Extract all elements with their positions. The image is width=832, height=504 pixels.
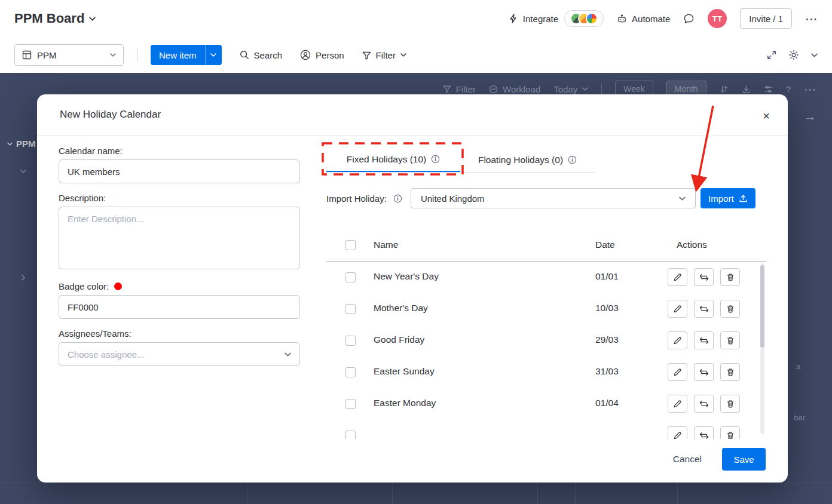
edit-icon[interactable] — [668, 331, 687, 349]
sort-icon[interactable] — [720, 85, 729, 94]
gear-icon[interactable] — [788, 50, 799, 60]
trash-icon[interactable] — [720, 331, 740, 349]
select-all-checkbox[interactable] — [345, 240, 356, 250]
collapse-toolbar-icon[interactable] — [811, 53, 818, 57]
filter-icon — [362, 51, 371, 60]
swap-icon[interactable] — [694, 268, 714, 286]
cancel-button[interactable]: Cancel — [671, 450, 704, 468]
actions-column-header: Actions — [677, 239, 707, 250]
settings-sliders-icon[interactable] — [764, 85, 773, 94]
bg-today-button[interactable]: Today — [553, 84, 588, 94]
swap-icon[interactable] — [694, 395, 714, 413]
trash-icon[interactable] — [720, 426, 740, 439]
table-row: Mother's Day 10/03 — [326, 293, 766, 325]
person-filter-button[interactable]: Person — [300, 50, 344, 60]
table-view-icon — [22, 50, 32, 60]
search-icon — [240, 50, 249, 60]
integrate-button[interactable]: Integrate — [509, 10, 604, 27]
description-input[interactable] — [59, 207, 300, 269]
divider — [601, 84, 602, 94]
assignees-select[interactable]: Choose assignee... — [59, 342, 300, 366]
new-holiday-calendar-modal: New Holiday Calendar × Calendar name: De… — [37, 94, 788, 483]
tab-floating-holidays[interactable]: Floating Holidays (0) — [460, 147, 595, 172]
trash-icon[interactable] — [720, 363, 740, 381]
automate-icon — [617, 14, 627, 24]
download-icon[interactable] — [742, 85, 751, 94]
edit-icon[interactable] — [668, 300, 687, 318]
calendar-name-input[interactable] — [59, 159, 300, 183]
assignees-label: Assignees/Teams: — [59, 328, 300, 339]
scroll-right-arrow-icon[interactable]: → — [803, 109, 816, 124]
more-options-icon[interactable]: ⋯ — [805, 13, 818, 25]
modal-title: New Holiday Calendar — [60, 109, 161, 121]
table-scrollbar[interactable] — [760, 263, 764, 434]
row-checkbox[interactable] — [345, 304, 356, 314]
row-actions — [668, 300, 740, 318]
trash-icon[interactable] — [720, 395, 740, 413]
holiday-date: 01/01 — [595, 271, 619, 282]
tab-fixed-holidays[interactable]: Fixed Holidays (10) — [326, 147, 460, 172]
chevron-right-icon — [22, 275, 25, 281]
row-checkbox[interactable] — [345, 399, 356, 409]
upload-icon — [739, 194, 748, 203]
new-item-button[interactable]: New item — [151, 45, 222, 65]
help-icon[interactable]: ? — [786, 84, 791, 94]
avatar[interactable]: TT — [708, 9, 727, 28]
row-checkbox[interactable] — [345, 336, 356, 346]
board-title-group[interactable]: PPM Board — [14, 11, 96, 26]
calendar-name-label: Calendar name: — [59, 146, 300, 156]
expand-icon[interactable] — [767, 50, 776, 60]
edit-icon[interactable] — [668, 395, 687, 413]
row-checkbox[interactable] — [345, 367, 356, 377]
trash-icon[interactable] — [720, 300, 740, 318]
import-button[interactable]: Import — [701, 188, 755, 208]
info-icon[interactable] — [568, 155, 577, 164]
holiday-name: Good Friday — [374, 334, 424, 345]
info-icon[interactable] — [431, 155, 440, 164]
chevron-down-icon — [20, 170, 26, 173]
invite-button[interactable]: Invite / 1 — [740, 8, 792, 29]
badge-color-input[interactable] — [59, 295, 300, 319]
holiday-tabs: Fixed Holidays (10) Floating Holidays (0… — [326, 147, 595, 173]
swap-icon[interactable] — [694, 331, 714, 349]
chat-icon[interactable] — [683, 13, 695, 24]
bg-today-label: Today — [553, 84, 577, 94]
view-selector[interactable]: PPM — [14, 44, 124, 66]
group-name: PPM — [16, 139, 40, 149]
holiday-name: Easter Monday — [374, 398, 436, 408]
holiday-name: Easter Sunday — [374, 366, 435, 377]
search-label: Search — [254, 50, 283, 60]
row-checkbox[interactable] — [345, 431, 356, 439]
filter-button[interactable]: Filter — [362, 50, 406, 60]
new-item-dropdown[interactable] — [205, 45, 222, 65]
person-icon — [300, 50, 311, 60]
search-button[interactable]: Search — [240, 50, 283, 60]
row-actions — [668, 331, 740, 349]
edit-icon[interactable] — [668, 426, 687, 439]
workload-icon — [489, 85, 498, 94]
integration-apps-pill[interactable] — [564, 10, 604, 27]
trash-icon[interactable] — [720, 268, 740, 286]
holiday-date: 01/04 — [595, 398, 619, 408]
edit-icon[interactable] — [668, 268, 687, 286]
swap-icon[interactable] — [694, 300, 714, 318]
automate-button[interactable]: Automate — [617, 14, 670, 24]
save-button[interactable]: Save — [722, 448, 766, 471]
scrollbar-thumb[interactable] — [760, 265, 764, 348]
info-icon[interactable] — [393, 194, 402, 203]
swap-icon[interactable] — [694, 363, 714, 381]
row-checkbox[interactable] — [345, 272, 356, 282]
more-options-icon[interactable]: ⋯ — [804, 83, 816, 96]
chevron-down-icon — [89, 17, 96, 21]
date-column-header: Date — [595, 239, 615, 250]
holiday-name: New Year's Day — [374, 271, 439, 282]
edit-icon[interactable] — [668, 363, 687, 381]
bg-filter-button[interactable]: Filter — [443, 84, 476, 94]
badge-color-swatch — [114, 282, 122, 290]
bg-workload-button[interactable]: Workload — [489, 84, 540, 94]
swap-icon[interactable] — [694, 426, 714, 439]
assignees-placeholder: Choose assignee... — [68, 349, 144, 359]
country-select[interactable]: United Kingdom — [411, 188, 696, 208]
bg-gridline — [0, 483, 832, 483]
close-icon[interactable]: × — [760, 107, 772, 124]
